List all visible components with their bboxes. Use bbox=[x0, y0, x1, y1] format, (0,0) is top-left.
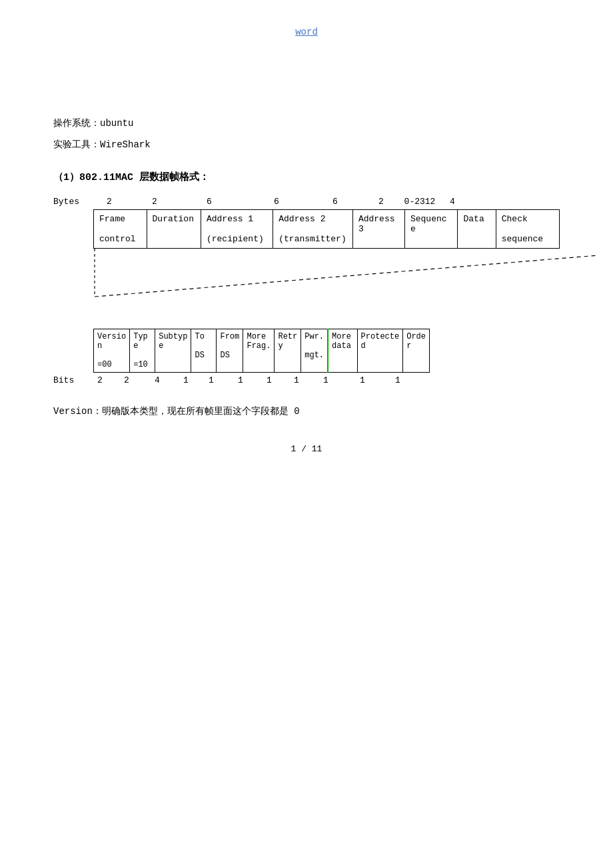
tool-line: 实验工具：WireShark bbox=[53, 139, 560, 151]
cell-addr1: Address 1(recipient) bbox=[201, 210, 273, 249]
mac-table-wrapper: Framecontrol Duration Address 1(recipien… bbox=[93, 209, 560, 249]
bit-val-7: 1 bbox=[256, 375, 283, 385]
bit-val-6: 1 bbox=[225, 375, 256, 385]
diagonal-area bbox=[93, 249, 560, 309]
svg-line-1 bbox=[95, 255, 598, 297]
bits-table-row: Version=00 Type=10 Subtype ToDS FromDS M… bbox=[94, 329, 430, 373]
bits-label: Bits bbox=[53, 375, 87, 385]
diagonal-svg bbox=[93, 249, 600, 309]
version-section: Version：明确版本类型，现在所有帧里面这个字段都是 0 bbox=[53, 405, 560, 417]
bit-val-1: 2 bbox=[87, 375, 113, 385]
bytes-row: Bytes 2 2 6 6 6 2 0-2312 4 bbox=[53, 197, 560, 207]
byte-val-1: 2 bbox=[87, 197, 132, 207]
cell-subtype: Subtype bbox=[155, 329, 191, 373]
cell-duration: Duration bbox=[147, 210, 201, 249]
info-section: 操作系统：ubuntu 实验工具：WireShark bbox=[53, 117, 560, 151]
bit-val-10: 1 bbox=[341, 375, 384, 385]
cell-type: Type=10 bbox=[130, 329, 155, 373]
cell-more-frag: MoreFrag. bbox=[243, 329, 275, 373]
bit-val-5: 1 bbox=[197, 375, 225, 385]
byte-val-2: 2 bbox=[132, 197, 177, 207]
bit-val-11: 1 bbox=[384, 375, 412, 385]
cell-addr2: Address 2(transmitter) bbox=[273, 210, 353, 249]
bits-table-wrapper: Version=00 Type=10 Subtype ToDS FromDS M… bbox=[93, 329, 560, 373]
cell-frame: Framecontrol bbox=[94, 210, 147, 249]
cell-from: FromDS bbox=[217, 329, 243, 373]
cell-order: Order bbox=[403, 329, 430, 373]
bit-val-3: 4 bbox=[140, 375, 175, 385]
cell-addr3: Address3 bbox=[352, 210, 404, 249]
byte-val-6: 2 bbox=[358, 197, 404, 207]
page-header: word bbox=[53, 27, 560, 37]
byte-val-4: 6 bbox=[241, 197, 312, 207]
bits-table: Version=00 Type=10 Subtype ToDS FromDS M… bbox=[93, 329, 430, 373]
cell-to: ToDS bbox=[191, 329, 217, 373]
byte-val-8: 4 bbox=[436, 197, 469, 207]
bit-val-8: 1 bbox=[283, 375, 310, 385]
os-line: 操作系统：ubuntu bbox=[53, 117, 560, 129]
mac-table: Framecontrol Duration Address 1(recipien… bbox=[93, 209, 560, 249]
byte-val-7: 0-2312 bbox=[404, 197, 436, 207]
cell-more-data: Moredata bbox=[328, 329, 357, 373]
byte-val-3: 6 bbox=[177, 197, 241, 207]
bytes-label: Bytes bbox=[53, 197, 87, 207]
bit-val-9: 1 bbox=[310, 375, 341, 385]
page-footer: 1 / 11 bbox=[53, 444, 560, 454]
cell-retry: Retry bbox=[275, 329, 301, 373]
cell-data: Data bbox=[458, 210, 496, 249]
word-link[interactable]: word bbox=[295, 27, 318, 37]
section-title: （1）802.11MAC 层数据帧格式： bbox=[53, 171, 560, 183]
tool-label: 实验工具：WireShark bbox=[53, 139, 151, 150]
cell-check: Checksequence bbox=[496, 210, 559, 249]
bits-label-row: Bits 2 2 4 1 1 1 1 1 1 1 1 bbox=[53, 375, 560, 385]
bit-val-4: 1 bbox=[175, 375, 197, 385]
cell-version: Version=00 bbox=[94, 329, 130, 373]
cell-protected: Protected bbox=[357, 329, 403, 373]
os-label: 操作系统：ubuntu bbox=[53, 118, 133, 129]
byte-val-5: 6 bbox=[312, 197, 358, 207]
cell-seq: Sequence bbox=[404, 210, 458, 249]
page-number: 1 / 11 bbox=[291, 444, 322, 454]
cell-pwr: Pwr.mgt. bbox=[301, 329, 328, 373]
version-text: Version：明确版本类型，现在所有帧里面这个字段都是 0 bbox=[53, 406, 300, 417]
bit-val-2: 2 bbox=[113, 375, 140, 385]
mac-table-row: Framecontrol Duration Address 1(recipien… bbox=[94, 210, 560, 249]
